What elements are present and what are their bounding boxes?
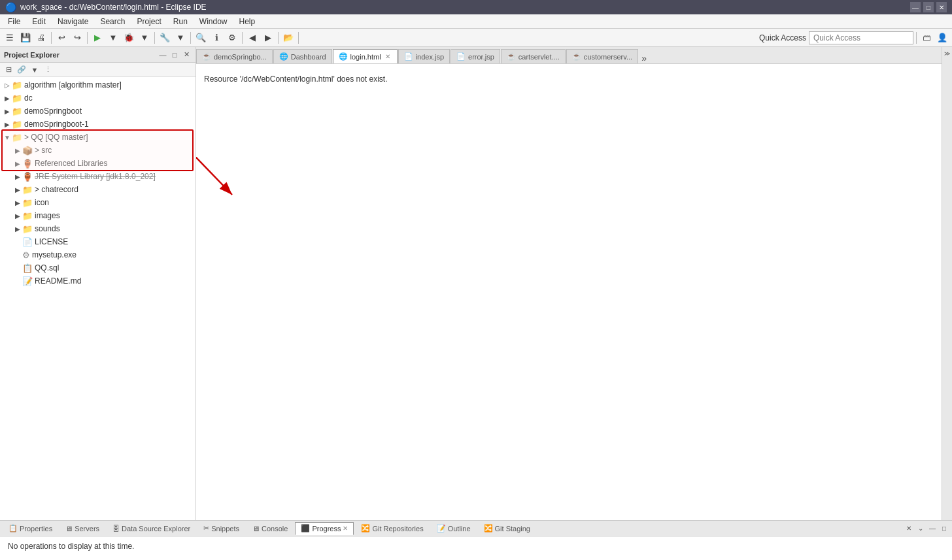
sidebar-header: Project Explorer — □ ✕ [0, 47, 196, 63]
tab-label-loginHtml: login.html [350, 53, 381, 61]
undo-button[interactable]: ↩ [54, 31, 69, 45]
search-btn[interactable]: 🔍 [194, 31, 208, 45]
menu-edit[interactable]: Edit [27, 16, 51, 27]
tab-label-errorJsp: error.jsp [468, 53, 494, 61]
tree-item-icon[interactable]: ▶📁icon [0, 196, 196, 209]
tree-label-src: > src [35, 146, 52, 155]
tab-overflow-btn[interactable]: » [639, 53, 649, 63]
redo-button[interactable]: ↪ [70, 31, 84, 45]
quick-access-input[interactable] [809, 31, 913, 44]
tree-item-src[interactable]: ▶📦> src [0, 144, 196, 157]
tree-item-LICENSE[interactable]: 📄LICENSE [0, 235, 196, 248]
sidebar-menu-btn[interactable]: ▼ [29, 64, 41, 76]
editor-error-message: Resource '/dc/WebContent/login.html' doe… [204, 74, 934, 84]
app-icon: 🔵 [5, 2, 16, 12]
sidebar-more-btn[interactable]: ⋮ [42, 64, 54, 76]
link-with-editor-btn[interactable]: 🔗 [16, 64, 27, 76]
bottom-tab-gitStaging[interactable]: 🔀Git Staging [478, 522, 536, 535]
bottom-tab-close-progress[interactable]: ✕ [343, 525, 348, 532]
menu-help[interactable]: Help [234, 16, 261, 27]
tab-Dashboard[interactable]: 🌐Dashboard [273, 49, 332, 63]
nav-back[interactable]: ◀ [245, 31, 260, 45]
bottom-tab-snippets[interactable]: ✂Snippets [197, 522, 245, 535]
bottom-tab-properties[interactable]: 📋Properties [3, 522, 58, 535]
bottom-tab-icon-snippets: ✂ [203, 524, 209, 533]
bottom-ctrl-0[interactable]: ✕ [904, 523, 914, 534]
tree-label-sounds: sounds [35, 224, 60, 233]
menu-project[interactable]: Project [131, 16, 166, 27]
tree-item-chatrecord[interactable]: ▶📁> chatrecord [0, 183, 196, 196]
new-button[interactable]: ☰ [3, 31, 17, 45]
bottom-ctrl-1[interactable]: ⌄ [915, 523, 926, 534]
tree-item-algorithm[interactable]: ▷📁algorithm [algorithm master] [0, 78, 196, 91]
bottom-tab-icon-gitRepositories: 🔀 [361, 524, 370, 533]
tab-demoSpringbo[interactable]: ☕demoSpringbo... [196, 49, 273, 63]
menu-navigate[interactable]: Navigate [52, 16, 94, 27]
tab-loginHtml[interactable]: 🌐login.html✕ [333, 49, 398, 63]
info-button[interactable]: ℹ [209, 31, 224, 45]
menu-file[interactable]: File [3, 16, 26, 27]
tab-close-loginHtml[interactable]: ✕ [384, 53, 392, 61]
bottom-ctrl-3[interactable]: □ [939, 523, 949, 534]
menu-run[interactable]: Run [168, 16, 193, 27]
tree-item-QQ[interactable]: ▼📁> QQ [QQ master] [0, 131, 196, 144]
tab-indexJsp[interactable]: 📄index.jsp [398, 49, 450, 63]
collapse-all-btn[interactable]: ⊟ [3, 64, 14, 76]
run-dropdown[interactable]: ▼ [106, 31, 120, 45]
build-button[interactable]: 🔧 [158, 31, 172, 45]
tree-item-mysetup[interactable]: ⚙mysetup.exe [0, 248, 196, 261]
debug-dropdown[interactable]: ▼ [137, 31, 152, 45]
tree-icon-demoSpringboot1: 📁 [12, 120, 22, 129]
tree-toggle-src: ▶ [13, 147, 22, 154]
print-button[interactable]: 🖨 [34, 31, 48, 45]
sidebar-maximize-btn[interactable]: □ [169, 50, 180, 60]
tree-label-demoSpringboot: demoSpringboot [24, 107, 82, 116]
tree-item-dc[interactable]: ▶📁dc [0, 91, 196, 105]
run-button[interactable]: ▶ [90, 31, 105, 45]
tree-item-images[interactable]: ▶📁images [0, 209, 196, 222]
editor-tab-bar: ☕demoSpringbo...🌐Dashboard🌐login.html✕📄i… [196, 47, 942, 64]
tab-customerserv[interactable]: ☕customerserv... [566, 49, 638, 63]
tree-item-sounds[interactable]: ▶📁sounds [0, 222, 196, 235]
tree-item-demoSpringboot[interactable]: ▶📁demoSpringboot [0, 105, 196, 118]
close-button[interactable]: ✕ [936, 2, 947, 12]
tree-label-QQ: > QQ [QQ master] [24, 133, 88, 142]
sidebar-close-btn[interactable]: ✕ [181, 50, 192, 60]
bottom-tab-dataSourceExplorer[interactable]: 🗄Data Source Explorer [107, 522, 196, 535]
perspective-btn[interactable]: 🗃 [919, 31, 934, 45]
bottom-ctrl-2[interactable]: — [927, 523, 938, 534]
tree-label-LICENSE: LICENSE [35, 237, 68, 246]
nav-fwd[interactable]: ▶ [261, 31, 275, 45]
bottom-tab-icon-outline: 📝 [437, 524, 446, 533]
tab-cartservlet[interactable]: ☕cartservlet.... [501, 49, 566, 63]
bottom-tab-gitRepositories[interactable]: 🔀Git Repositories [355, 522, 429, 535]
tree-item-referencedLibraries[interactable]: ▶🏺Referenced Libraries [0, 157, 196, 170]
maximize-button[interactable]: □ [923, 2, 934, 12]
right-panel-btn[interactable]: ≫ [942, 48, 953, 59]
tree-item-QQsql[interactable]: 📋QQ.sql [0, 261, 196, 274]
menu-window[interactable]: Window [194, 16, 233, 27]
right-panel: ≫ [942, 47, 952, 521]
menu-search[interactable]: Search [95, 16, 130, 27]
toolbar-1: ☰ 💾 🖨 ↩ ↪ ▶ ▼ 🐞 ▼ 🔧 ▼ 🔍 ℹ ⚙ ◀ ▶ 📂 Quick … [0, 29, 952, 47]
minimize-button[interactable]: — [910, 2, 921, 12]
bottom-tab-console[interactable]: 🖥Console [246, 522, 294, 535]
save-button[interactable]: 💾 [18, 31, 33, 45]
settings-button[interactable]: ⚙ [225, 31, 239, 45]
tree-item-jreLibrary[interactable]: ▶🏺JRE System Library [jdk1.8.0_202] [0, 170, 196, 183]
tree-item-README[interactable]: 📝README.md [0, 274, 196, 288]
open-type[interactable]: 📂 [281, 31, 296, 45]
tab-label-Dashboard: Dashboard [291, 53, 326, 61]
bottom-tab-servers[interactable]: 🖥Servers [60, 522, 105, 535]
bottom-tab-outline[interactable]: 📝Outline [431, 522, 477, 535]
bottom-tab-progress[interactable]: ⬛Progress✕ [295, 522, 354, 535]
perspective-btn2[interactable]: 👤 [935, 31, 949, 45]
build-dropdown[interactable]: ▼ [173, 31, 188, 45]
tab-errorJsp[interactable]: 📄error.jsp [450, 49, 500, 63]
debug-button[interactable]: 🐞 [122, 31, 136, 45]
tree-label-icon: icon [35, 198, 49, 207]
tree-item-demoSpringboot1[interactable]: ▶📁demoSpringboot-1 [0, 118, 196, 131]
bottom-tab-icon-console: 🖥 [252, 525, 260, 533]
bottom-tab-label-gitRepositories: Git Repositories [372, 525, 423, 533]
sidebar-minimize-btn[interactable]: — [158, 50, 168, 60]
